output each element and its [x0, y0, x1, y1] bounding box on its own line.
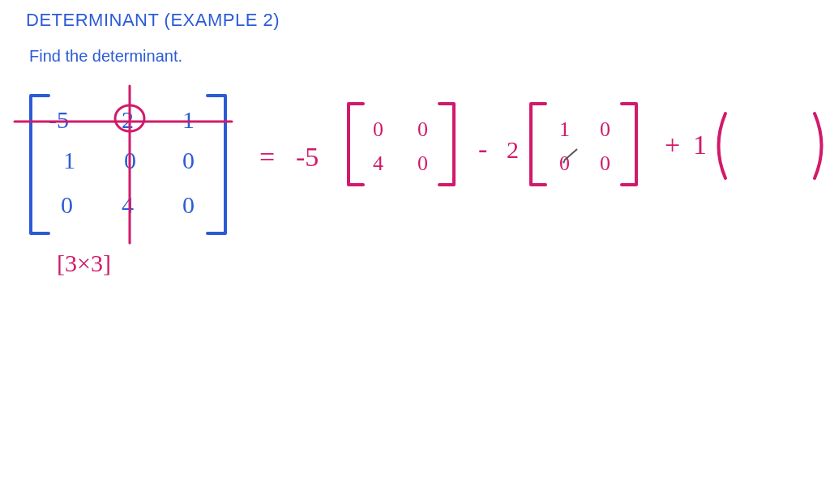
term1-minor: 0 0 4 0 [373, 117, 428, 175]
term3-coef: 1 [693, 130, 707, 160]
term3-op: + [665, 130, 680, 160]
matrix-entries: -5 2 1 1 0 0 0 4 0 [49, 106, 195, 218]
svg-text:0: 0 [600, 152, 610, 175]
m10: 1 [63, 147, 75, 173]
m21: 4 [122, 191, 134, 218]
term2-brackets [531, 104, 636, 185]
term1-brackets [349, 104, 454, 185]
term3-parens [719, 113, 822, 178]
term2-op: - [478, 134, 487, 164]
svg-text:0: 0 [559, 152, 570, 175]
m00: -5 [49, 106, 69, 133]
svg-text:4: 4 [373, 152, 383, 175]
m12: 0 [182, 147, 195, 173]
term2-coef: 2 [507, 136, 519, 163]
whiteboard-canvas: -5 2 1 1 0 0 0 4 0 [3×3] = -5 0 0 4 0 - … [0, 0, 830, 504]
svg-text:0: 0 [600, 117, 610, 141]
term2-minor: 1 0 0 0 [559, 117, 610, 175]
svg-text:1: 1 [559, 117, 570, 141]
equals: = [259, 142, 275, 172]
m02: 1 [182, 106, 195, 133]
svg-text:0: 0 [417, 117, 428, 141]
term1-coef: -5 [296, 142, 319, 172]
matrix-size-label: [3×3] [57, 250, 111, 276]
m20: 0 [61, 191, 73, 218]
m22: 0 [182, 191, 195, 218]
svg-text:0: 0 [373, 117, 383, 141]
svg-text:0: 0 [417, 152, 428, 175]
